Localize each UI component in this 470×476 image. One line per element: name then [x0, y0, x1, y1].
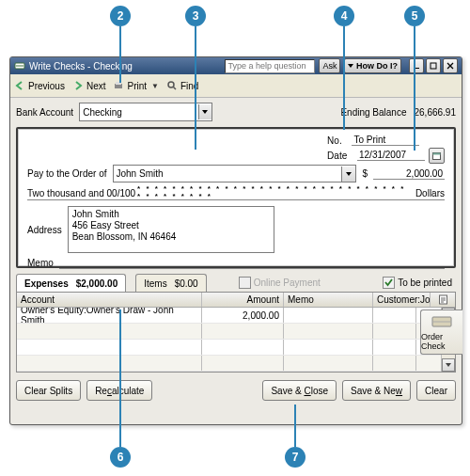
check-date-label: Date	[327, 151, 347, 161]
expense-grid: Account Amount Memo Customer:Job Owner's…	[16, 292, 456, 373]
bank-account-label: Bank Account	[16, 107, 73, 118]
payee-input[interactable]	[114, 168, 341, 179]
maximize-button[interactable]	[426, 58, 441, 73]
save-new-label: Save & New	[351, 386, 402, 396]
bank-account-input[interactable]	[80, 107, 197, 118]
payee-combo[interactable]	[113, 165, 357, 182]
svg-rect-3	[431, 63, 436, 69]
amount-words: Two thousand and 00/100	[27, 188, 135, 198]
how-do-i-label: How Do I?	[356, 61, 398, 71]
clear-splits-button[interactable]: Clear Splits	[16, 380, 81, 401]
svg-point-6	[168, 82, 174, 87]
memo-row: Memo	[27, 257, 445, 269]
clear-button[interactable]: Clear	[416, 380, 456, 401]
leader-4	[343, 26, 345, 130]
callout-4: 4	[334, 6, 354, 26]
minimize-button[interactable]	[409, 58, 424, 73]
next-button[interactable]: Next	[72, 80, 106, 91]
help-question-input[interactable]	[225, 59, 315, 73]
col-billable[interactable]	[431, 293, 455, 307]
table-row[interactable]	[17, 356, 441, 372]
ask-button[interactable]: Ask	[319, 58, 340, 73]
check-number-date: No. To Print Date 12/31/2007	[327, 133, 445, 163]
callout-5: 5	[404, 6, 425, 26]
tab-items-label: Items	[144, 278, 166, 289]
check-amount-field[interactable]: 2,000.00	[373, 168, 445, 180]
cell-account[interactable]: Owner's Equity:Owner's Draw - John Smith	[17, 308, 202, 323]
checkbox-checked-icon	[383, 277, 395, 289]
to-be-printed-label: To be printed	[398, 278, 452, 288]
titlebar: Write Checks - Checking Ask How Do I?	[10, 57, 462, 74]
save-close-label: Save & Close	[271, 386, 328, 396]
chevron-down-icon[interactable]	[198, 104, 212, 119]
callout-2: 2	[110, 6, 131, 26]
write-checks-window: Write Checks - Checking Ask How Do I? Pr…	[9, 56, 462, 425]
leader-3	[195, 26, 196, 150]
cell-amount[interactable]: 2,000.00	[202, 308, 284, 323]
ending-balance: Ending Balance 26,666.91	[340, 107, 456, 118]
filler-dots: * * * * * * * * * * * * * * * * * * * * …	[137, 185, 414, 200]
address-line-3: Bean Blossom, IN 46464	[72, 231, 270, 243]
tabs-row: Expenses $2,000.00 Items $0.00 Online Pa…	[16, 274, 456, 292]
save-new-button[interactable]: Save & New	[342, 380, 411, 401]
col-amount[interactable]: Amount	[202, 293, 284, 307]
check-no-label: No.	[327, 135, 342, 146]
tab-expenses[interactable]: Expenses $2,000.00	[16, 274, 126, 292]
previous-label: Previous	[28, 81, 65, 91]
cell-memo[interactable]	[284, 308, 373, 323]
toolbar: Previous Next Print▼ Find	[10, 74, 462, 98]
table-row[interactable]	[17, 324, 441, 340]
callout-3: 3	[185, 6, 206, 26]
cell-customer[interactable]	[373, 308, 416, 323]
window-title: Write Checks - Checking	[29, 61, 133, 71]
previous-button[interactable]: Previous	[14, 80, 65, 91]
calendar-button[interactable]	[429, 148, 445, 164]
col-customer-job[interactable]: Customer:Job	[373, 293, 431, 307]
check-date-value[interactable]: 12/31/2007	[357, 150, 425, 161]
order-check-label: Order Check	[421, 332, 462, 351]
memo-field[interactable]	[59, 257, 445, 269]
content-area: Bank Account Ending Balance 26,666.91 No…	[10, 98, 462, 406]
callout-7: 7	[285, 447, 306, 468]
address-line-2: 456 Easy Street	[72, 220, 270, 231]
ending-balance-value: 26,666.91	[415, 107, 457, 118]
order-check-button[interactable]: Order Check	[420, 309, 462, 355]
online-payment-label: Online Payment	[254, 278, 321, 288]
leader-2	[119, 26, 121, 83]
save-close-button[interactable]: Save & Close	[262, 380, 337, 401]
online-payment-checkbox: Online Payment	[239, 277, 321, 289]
table-row[interactable]	[17, 340, 441, 356]
callout-6: 6	[110, 447, 131, 468]
how-do-i-button[interactable]: How Do I?	[344, 58, 401, 73]
bank-account-combo[interactable]	[79, 103, 212, 121]
close-button[interactable]	[443, 58, 458, 73]
dropdown-icon: ▼	[151, 82, 159, 90]
col-memo[interactable]: Memo	[284, 293, 373, 307]
scroll-down-button[interactable]	[442, 358, 455, 372]
to-be-printed-checkbox[interactable]: To be printed	[383, 277, 452, 289]
grid-body: Owner's Equity:Owner's Draw - John Smith…	[17, 308, 455, 372]
address-box[interactable]: John Smith 456 Easy Street Bean Blossom,…	[68, 206, 274, 253]
grid-header: Account Amount Memo Customer:Job	[17, 293, 455, 308]
bank-account-row: Bank Account Ending Balance 26,666.91	[16, 103, 456, 121]
dollars-label: Dollars	[415, 188, 445, 198]
tab-items-amount: $0.00	[175, 278, 198, 289]
table-row[interactable]: Owner's Equity:Owner's Draw - John Smith…	[17, 308, 441, 324]
invoice-icon	[438, 294, 448, 305]
col-account[interactable]: Account	[17, 293, 202, 307]
grid-rows: Owner's Equity:Owner's Draw - John Smith…	[17, 308, 441, 372]
leader-5	[414, 26, 415, 151]
tab-expenses-label: Expenses	[24, 278, 69, 289]
print-label: Print	[127, 81, 147, 91]
app-icon	[14, 60, 25, 71]
viewport: 2 3 4 5 6 7 Write Checks - Checking Ask …	[0, 0, 470, 476]
address-label: Address	[27, 225, 62, 235]
tab-expenses-amount: $2,000.00	[76, 278, 118, 289]
check-no-value[interactable]: To Print	[352, 135, 419, 146]
chevron-down-icon[interactable]	[341, 167, 356, 182]
leader-6	[119, 309, 121, 447]
next-label: Next	[86, 81, 106, 91]
tab-items[interactable]: Items $0.00	[135, 274, 206, 292]
address-line-1: John Smith	[72, 209, 270, 220]
address-row: Address John Smith 456 Easy Street Bean …	[27, 206, 445, 253]
